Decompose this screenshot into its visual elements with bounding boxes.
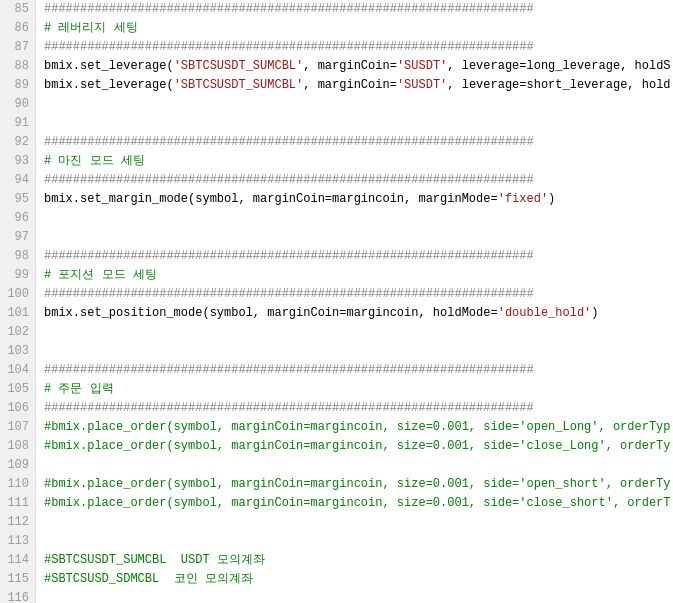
code-line: ########################################… (36, 38, 673, 57)
hash-line: ########################################… (44, 38, 534, 57)
line-number: 107 (0, 418, 35, 437)
code-line: ########################################… (36, 399, 673, 418)
code-line (36, 342, 673, 361)
line-number: 110 (0, 475, 35, 494)
line-number: 102 (0, 323, 35, 342)
hash-line: ########################################… (44, 399, 534, 418)
code-line: # 마진 모드 세팅 (36, 152, 673, 171)
commented-code: #bmix.place_order(symbol, marginCoin=mar… (44, 494, 671, 513)
code-line (36, 323, 673, 342)
code-line: #bmix.place_order(symbol, marginCoin=mar… (36, 418, 673, 437)
line-number: 88 (0, 57, 35, 76)
code-line: # 포지션 모드 세팅 (36, 266, 673, 285)
code-content[interactable]: ########################################… (36, 0, 673, 603)
code-line (36, 456, 673, 475)
code-line (36, 209, 673, 228)
line-number: 100 (0, 285, 35, 304)
commented-code: #bmix.place_order(symbol, marginCoin=mar… (44, 475, 671, 494)
commented-identifier: #SBTCSUSDT_SUMCBL (44, 551, 166, 570)
code-line (36, 513, 673, 532)
hash-line: ########################################… (44, 361, 534, 380)
code-line: ########################################… (36, 171, 673, 190)
code-text: bmix.set_margin_mode(symbol, marginCoin=… (44, 190, 555, 209)
line-number: 111 (0, 494, 35, 513)
line-number: 104 (0, 361, 35, 380)
line-number: 106 (0, 399, 35, 418)
korean-comment: # 주문 입력 (44, 380, 114, 399)
line-number: 91 (0, 114, 35, 133)
line-number: 95 (0, 190, 35, 209)
code-text: bmix.set_position_mode(symbol, marginCoi… (44, 304, 599, 323)
line-number: 99 (0, 266, 35, 285)
hash-line: ########################################… (44, 247, 534, 266)
code-line: ########################################… (36, 0, 673, 19)
comment-text: USDT 모의계좌 (181, 551, 265, 570)
hash-line: ########################################… (44, 285, 534, 304)
line-number: 90 (0, 95, 35, 114)
code-line: #bmix.place_order(symbol, marginCoin=mar… (36, 437, 673, 456)
comment-spacing (159, 570, 173, 589)
line-number: 108 (0, 437, 35, 456)
line-number: 105 (0, 380, 35, 399)
line-number: 86 (0, 19, 35, 38)
code-text: bmix.set_leverage('SBTCSUSDT_SUMCBL', ma… (44, 57, 671, 76)
code-line: #SBTCSUSD_SDMCBL 코인 모의계좌 (36, 570, 673, 589)
line-number: 85 (0, 0, 35, 19)
code-line: # 레버리지 세팅 (36, 19, 673, 38)
code-line: bmix.set_leverage('SBTCSUSDT_SUMCBL', ma… (36, 57, 673, 76)
comment-spacing (166, 551, 180, 570)
code-line: bmix.set_leverage('SBTCSUSDT_SUMCBL', ma… (36, 76, 673, 95)
line-number: 116 (0, 589, 35, 603)
line-numbers: 8586878889909192939495969798991001011021… (0, 0, 36, 603)
line-number: 89 (0, 76, 35, 95)
code-line (36, 228, 673, 247)
line-number: 114 (0, 551, 35, 570)
hash-line: ########################################… (44, 0, 534, 19)
korean-comment: # 레버리지 세팅 (44, 19, 138, 38)
hash-line: ########################################… (44, 171, 534, 190)
code-line (36, 532, 673, 551)
line-number: 98 (0, 247, 35, 266)
code-line (36, 95, 673, 114)
line-number: 93 (0, 152, 35, 171)
commented-code: #bmix.place_order(symbol, marginCoin=mar… (44, 418, 671, 437)
line-number: 97 (0, 228, 35, 247)
code-line: bmix.set_margin_mode(symbol, marginCoin=… (36, 190, 673, 209)
line-number: 94 (0, 171, 35, 190)
code-line: ########################################… (36, 285, 673, 304)
code-line: #bmix.place_order(symbol, marginCoin=mar… (36, 494, 673, 513)
line-number: 109 (0, 456, 35, 475)
code-line (36, 589, 673, 603)
code-line (36, 114, 673, 133)
line-number: 101 (0, 304, 35, 323)
line-number: 115 (0, 570, 35, 589)
code-line: ########################################… (36, 361, 673, 380)
line-number: 87 (0, 38, 35, 57)
comment-text: 코인 모의계좌 (174, 570, 253, 589)
code-line: bmix.set_position_mode(symbol, marginCoi… (36, 304, 673, 323)
hash-line: ########################################… (44, 133, 534, 152)
code-line: #SBTCSUSDT_SUMCBL USDT 모의계좌 (36, 551, 673, 570)
code-line: ########################################… (36, 247, 673, 266)
line-number: 112 (0, 513, 35, 532)
korean-comment: # 포지션 모드 세팅 (44, 266, 157, 285)
line-number: 103 (0, 342, 35, 361)
line-number: 113 (0, 532, 35, 551)
code-line: #bmix.place_order(symbol, marginCoin=mar… (36, 475, 673, 494)
line-number: 96 (0, 209, 35, 228)
korean-comment: # 마진 모드 세팅 (44, 152, 145, 171)
line-number: 92 (0, 133, 35, 152)
code-line: # 주문 입력 (36, 380, 673, 399)
commented-code: #bmix.place_order(symbol, marginCoin=mar… (44, 437, 671, 456)
commented-identifier: #SBTCSUSD_SDMCBL (44, 570, 159, 589)
code-line: ########################################… (36, 133, 673, 152)
code-text: bmix.set_leverage('SBTCSUSDT_SUMCBL', ma… (44, 76, 671, 95)
code-editor: 8586878889909192939495969798991001011021… (0, 0, 673, 603)
